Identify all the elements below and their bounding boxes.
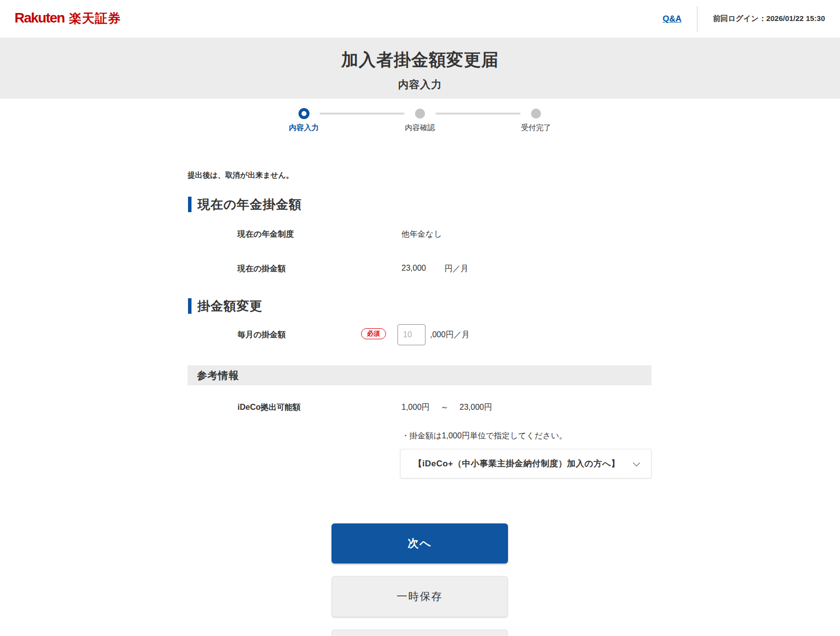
header-right: Q&A 前回ログイン：2026/01/22 15:30	[662, 0, 825, 38]
ideco-limit-range: 1,000円～23,000円	[402, 402, 503, 413]
no-cancel-warning: 提出後は、取消が出来ません。	[188, 171, 294, 180]
section-accent-bar	[188, 298, 192, 314]
monthly-amount-row: 毎月の掛金額 必須 ,000円／月	[0, 324, 840, 345]
header: Rakuten 楽天証券 Q&A 前回ログイン：2026/01/22 15:30	[0, 0, 840, 38]
step-circle-inactive-icon	[531, 109, 541, 119]
current-pension-plan-row: 現在の年金制度 他年金なし	[0, 229, 840, 241]
step-circle-active-icon	[298, 108, 310, 119]
rakuten-securities-logo[interactable]: Rakuten 楽天証券	[14, 10, 121, 27]
monthly-amount-input[interactable]	[398, 324, 426, 345]
section-amount-change: 掛金額変更	[188, 298, 262, 314]
next-button[interactable]: 次へ	[332, 523, 508, 563]
step-complete: 受付完了	[530, 108, 542, 119]
reference-info-title: 参考情報	[188, 365, 652, 385]
title-band: 加入者掛金額変更届 内容入力	[0, 38, 840, 99]
header-divider	[697, 6, 698, 32]
last-login-text: 前回ログイン：2026/01/22 15:30	[713, 14, 825, 24]
section-accent-bar	[188, 197, 192, 212]
step-label-input: 内容入力	[289, 123, 319, 133]
ideco-limit-min: 1,000円	[402, 403, 430, 411]
step-confirm: 内容確認	[414, 108, 426, 119]
step-label-confirm: 内容確認	[405, 123, 435, 133]
rakuten-logo-text: Rakuten	[14, 10, 64, 26]
monthly-amount-label: 毎月の掛金額	[238, 324, 286, 345]
current-pension-plan-label: 現在の年金制度	[238, 229, 294, 240]
section-change-title: 掛金額変更	[198, 298, 262, 314]
current-amount-row: 現在の掛金額 23,000 円／月	[0, 264, 840, 276]
ideco-limit-label: iDeCo拠出可能額	[238, 402, 300, 413]
ideco-plus-accordion-label: 【iDeCo+（中小事業主掛金納付制度）加入の方へ】	[400, 458, 620, 469]
reference-info-band: 参考情報	[188, 365, 652, 385]
temporary-save-button[interactable]: 一時保存	[332, 576, 508, 617]
unit-note: ・掛金額は1,000円単位で指定してください。	[402, 431, 567, 441]
tilde: ～	[440, 403, 448, 411]
current-amount-label: 現在の掛金額	[238, 264, 286, 274]
partially-visible-button[interactable]	[332, 629, 508, 636]
step-circle-inactive-icon	[415, 109, 425, 119]
step-input: 内容入力	[298, 108, 310, 119]
current-amount-unit: 円／月	[444, 264, 468, 274]
step-label-complete: 受付完了	[521, 123, 551, 133]
step-connector-line	[320, 113, 404, 115]
page-subtitle: 内容入力	[0, 78, 840, 92]
ideco-plus-accordion[interactable]: 【iDeCo+（中小事業主掛金納付制度）加入の方へ】	[400, 449, 652, 478]
current-pension-plan-value: 他年金なし	[402, 229, 442, 240]
qa-link[interactable]: Q&A	[662, 14, 682, 24]
current-amount-value: 23,000	[402, 264, 426, 273]
rakuten-securities-jp-text: 楽天証券	[69, 10, 121, 27]
page-title: 加入者掛金額変更届	[0, 38, 840, 72]
monthly-amount-suffix: ,000円／月	[430, 324, 470, 345]
section-current-contribution: 現在の年金掛金額	[188, 196, 302, 213]
ideco-limit-max: 23,000円	[460, 403, 492, 411]
step-connector-line	[436, 113, 520, 115]
required-badge: 必須	[361, 328, 386, 339]
progress-stepper: 内容入力 内容確認 受付完了	[0, 108, 840, 119]
section-current-title: 現在の年金掛金額	[198, 196, 302, 213]
chevron-down-icon	[633, 459, 640, 466]
